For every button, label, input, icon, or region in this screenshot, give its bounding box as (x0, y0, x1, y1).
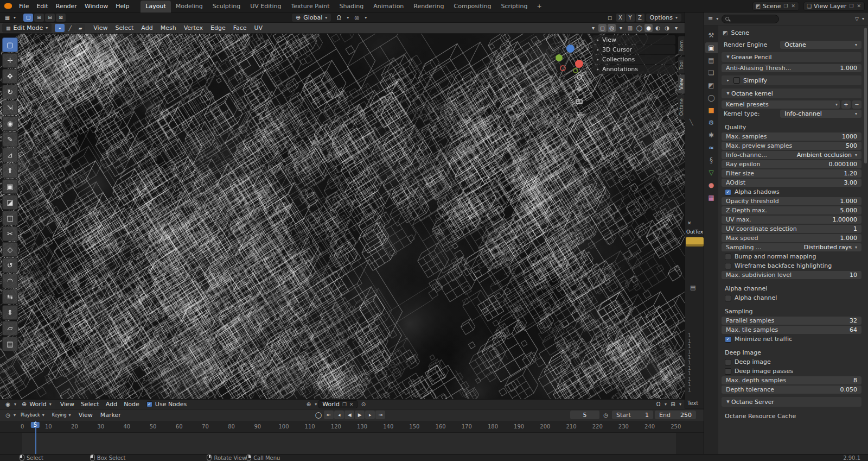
unlink-scene-button[interactable]: ✕ (791, 3, 796, 9)
prop-row[interactable]: ✓ Wireframe backface highlighting ▾ + − (722, 262, 861, 270)
prop-row[interactable]: ✓ Opacity threshold 1.000 ▾ + − (722, 197, 861, 205)
overlays-toggle[interactable]: ◎ (608, 24, 616, 32)
prop-row[interactable]: ✓ Alpha channel ▾ + − (722, 294, 861, 302)
gizmo-icon[interactable]: ◻ (605, 14, 615, 22)
prop-row[interactable]: ✓ Anti-Aliasing Thresh... 1.000 ▾ + − (722, 64, 861, 72)
blender-logo-icon[interactable] (4, 3, 12, 9)
timeline-ruler[interactable]: 0102030405060708090100110120130140150160… (0, 421, 704, 433)
jump-to-end-button[interactable]: ⇥ (375, 411, 385, 419)
prop-row[interactable]: ✓ Bump and normal mapping ▾ + − (722, 252, 861, 261)
prop-row[interactable]: ✓ Octane Resource Cache ▾ + − (722, 412, 861, 420)
axis-y-negative-ball[interactable] (573, 68, 578, 73)
prop-row[interactable]: ✓ Parallel samples 32 ▾ + − (722, 317, 861, 325)
remove-view-layer-button[interactable]: ✕ (856, 3, 861, 9)
prop-row[interactable]: ✓ Sampling ▾ + − (722, 307, 861, 315)
search-input[interactable] (722, 15, 779, 23)
overlays-dropdown[interactable]: ▾ (617, 24, 625, 32)
npanel-tab-item[interactable]: Item (678, 36, 685, 55)
unlink-datablock-button[interactable]: ✕ (349, 402, 354, 407)
tab-particles[interactable]: ✱ (705, 130, 718, 141)
prop-row[interactable]: ✓ UV coordinate selection 1 ▾ + − (722, 225, 861, 233)
perspective-toggle-icon[interactable]: ⊞ (576, 110, 582, 118)
tool-move[interactable]: ✥ (2, 69, 18, 84)
remove-preset-button[interactable]: − (852, 100, 861, 109)
scene-selector[interactable]: ◩ Scene ❐ ✕ (752, 2, 800, 11)
tab-object[interactable]: ■ (705, 105, 718, 116)
tool-poly-build[interactable]: ◇ (2, 242, 18, 257)
workspace-rendering[interactable]: Rendering (409, 1, 449, 12)
tool-measure[interactable]: ⊿ (2, 148, 18, 162)
tab-physics[interactable]: ≈ (705, 142, 718, 153)
prop-row[interactable]: ▼ ✓ Octane kernel ▾ + − (722, 89, 861, 98)
menu-item[interactable]: Help (112, 2, 133, 11)
tool-rotate[interactable]: ↻ (2, 85, 18, 99)
shading-wireframe-button[interactable]: ◯ (635, 24, 643, 32)
sidebar-panel-header[interactable]: ▸ View (592, 35, 675, 45)
prev-keyframe-button[interactable]: ◂ (334, 411, 344, 419)
prop-row[interactable]: ▸ ✓ Simplify ▾ + − (722, 75, 861, 85)
axis-x-negative-ball[interactable] (560, 65, 566, 71)
menu-item[interactable]: Edit (33, 2, 52, 11)
vertex-select-mode[interactable]: ∙ (55, 24, 65, 32)
sidebar-panel-header[interactable]: ▸ Collections (592, 55, 675, 64)
editor-type-icon[interactable]: ≡ (708, 15, 713, 22)
tab-constraints[interactable]: § (705, 155, 718, 166)
shading-dropdown[interactable]: ▾ (672, 24, 680, 32)
frame-end-field[interactable]: End 250 (655, 411, 696, 419)
play-reverse-button[interactable]: ◀ (344, 411, 354, 419)
workspace-animation[interactable]: Animation (368, 1, 409, 12)
world-datablock-field[interactable]: World ❐ ✕ (318, 400, 357, 408)
shading-material-button[interactable]: ◐ (654, 24, 662, 32)
close-icon[interactable]: ✕ (687, 220, 692, 226)
tool-annotate[interactable]: ✎ (2, 132, 18, 147)
add-preset-button[interactable]: + (841, 100, 851, 109)
prop-row[interactable]: ✓ AOdist 3.00 ▾ + − (722, 179, 861, 187)
prop-row[interactable]: ✓ Max. subdivision level 10 ▾ + − (722, 271, 861, 279)
overlays-node-toggle[interactable]: ⊞ (668, 400, 678, 408)
select-mode-intersect[interactable]: ⊠ (56, 14, 66, 22)
tool-loop-cut[interactable]: ◫ (2, 211, 18, 225)
tab-world[interactable]: ◯ (705, 92, 718, 103)
select-mode-subtract[interactable]: ⊟ (45, 14, 55, 22)
pan-icon[interactable]: ✥ (576, 86, 582, 93)
zoom-icon[interactable] (577, 74, 582, 80)
prop-row[interactable]: ✓ Info-channe... Ambient occlusion ▾ + − (722, 151, 861, 159)
tool-bevel[interactable]: ◪ (2, 195, 18, 210)
menu-item[interactable]: View (57, 400, 78, 408)
checkbox[interactable]: ✓ (725, 368, 731, 375)
select-mode-extend[interactable]: ⊞ (34, 14, 44, 22)
workspace-scripting[interactable]: Scripting (496, 1, 532, 12)
tool-spin[interactable]: ↺ (2, 258, 18, 273)
checkbox[interactable]: ✓ (725, 336, 731, 343)
sidebar-panel-header[interactable]: ▸ Annotations (592, 65, 675, 74)
axis-z-ball[interactable] (566, 45, 575, 53)
timeline-track[interactable] (0, 433, 704, 454)
prop-row[interactable]: ✓ UV max. 1.00000 ▾ + − (722, 216, 861, 224)
checkbox[interactable]: ✓ (725, 263, 731, 269)
workspace-modeling[interactable]: Modeling (171, 1, 208, 12)
workspace-sculpting[interactable]: Sculpting (208, 1, 245, 12)
workspace-compositing[interactable]: Compositing (449, 1, 496, 12)
prop-row[interactable]: ✓ Max. depth samples 8 ▾ + − (722, 376, 861, 384)
pin-icon[interactable]: ⊙ (359, 400, 368, 408)
frame-start-field[interactable]: Start 1 (612, 411, 653, 419)
workspace-texture-paint[interactable]: Texture Paint (286, 1, 335, 12)
menu-item[interactable]: Keying ▾ (48, 411, 75, 419)
snap-node-toggle[interactable]: Ω (654, 400, 663, 408)
tool-transform[interactable]: ◉ (2, 116, 18, 131)
mirror-y-toggle[interactable]: Y (626, 14, 635, 22)
tab-output[interactable]: ▤ (705, 55, 718, 66)
tool-rip-region[interactable]: ▤ (2, 337, 18, 351)
menu-item[interactable]: Select (78, 400, 103, 408)
prop-row[interactable]: ✓ Max speed 1.000 ▾ + − (722, 234, 861, 242)
editor-type-icon[interactable]: ◷ (3, 411, 12, 419)
menu-item[interactable]: Select (111, 23, 137, 33)
transform-orientation-dropdown[interactable]: ⊕ Global ▾ (292, 14, 331, 22)
tool-shear[interactable]: ▱ (2, 321, 18, 336)
checkbox[interactable]: ✓ (725, 254, 731, 260)
viewport-3d[interactable]: ▦ ▾ ▢⊞⊟⊠ ⊕ Global ▾ Ω ▾ ◎ ▾ ◻ (0, 12, 685, 399)
prop-row[interactable]: ✓ Filter size 1.20 ▾ + − (722, 169, 861, 178)
next-keyframe-button[interactable]: ▸ (365, 411, 375, 419)
editor-type-icon[interactable]: ◉ (3, 400, 12, 408)
checkbox[interactable]: ✓ (733, 77, 740, 84)
